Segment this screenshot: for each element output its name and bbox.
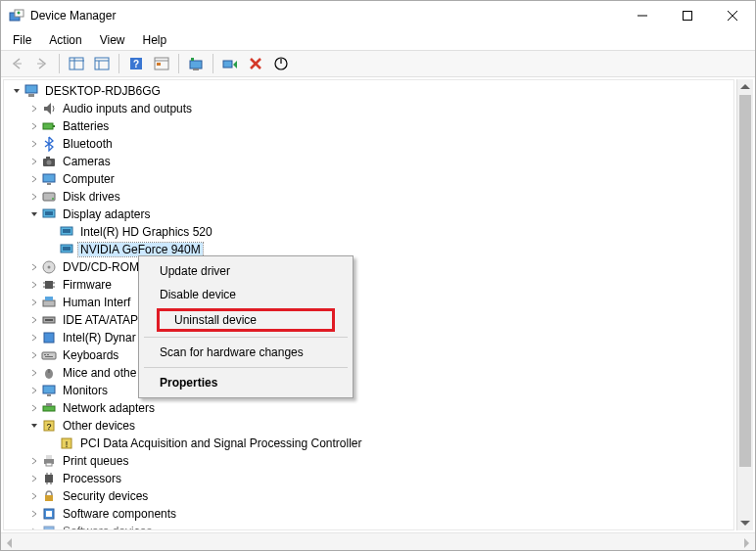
toolbar-scan[interactable] (218, 53, 242, 74)
chevron-right-icon[interactable] (27, 331, 41, 344)
svg-rect-61 (47, 394, 51, 396)
forward-button[interactable] (30, 53, 54, 74)
tree-item-label: IDE ATA/ATAP (61, 313, 140, 327)
software-icon (41, 506, 57, 522)
tree-item-intel-dynamic[interactable]: Intel(R) Dynar (10, 329, 733, 346)
vertical-scrollbar[interactable] (736, 79, 753, 530)
tree-item-computer[interactable]: Computer (10, 170, 733, 188)
chevron-right-icon[interactable] (27, 472, 41, 485)
toolbar-uninstall[interactable] (244, 53, 267, 74)
tree-item-disk[interactable]: Disk drives (10, 188, 733, 206)
tree-item-print[interactable]: Print queues (10, 452, 733, 470)
toolbar-properties[interactable] (150, 53, 173, 74)
ctx-disable-device[interactable]: Disable device (142, 283, 350, 306)
close-button[interactable] (710, 1, 755, 30)
toolbar-help[interactable]: ? (124, 53, 148, 74)
svg-text:!: ! (66, 439, 69, 449)
tree-item-cameras[interactable]: Cameras (10, 153, 733, 170)
tree-item-label: Intel(R) Dynar (61, 331, 138, 344)
chevron-right-icon[interactable] (27, 348, 41, 362)
chevron-down-icon[interactable] (27, 207, 41, 221)
tree-item-label: Network adapters (61, 401, 157, 415)
tree-item-label: Display adapters (61, 207, 152, 221)
mouse-icon (41, 365, 57, 381)
chevron-right-icon[interactable] (27, 102, 41, 115)
tree-item-nvidia-gpu[interactable]: NVIDIA GeForce 940M (10, 241, 733, 258)
chevron-right-icon[interactable] (27, 260, 41, 274)
menu-help[interactable]: Help (135, 31, 175, 49)
ctx-update-driver[interactable]: Update driver (142, 259, 350, 283)
tree-item-ide[interactable]: IDE ATA/ATAP (10, 311, 733, 329)
tree-item-dvd[interactable]: DVD/CD-ROM (10, 258, 733, 276)
chevron-right-icon[interactable] (27, 525, 41, 530)
tree-item-network[interactable]: Network adapters (10, 399, 733, 417)
chevron-right-icon[interactable] (27, 190, 41, 204)
chevron-right-icon[interactable] (27, 384, 41, 397)
menu-view[interactable]: View (92, 31, 133, 49)
tree-item-display[interactable]: Display adapters (10, 206, 733, 223)
tree-item-label: Print queues (61, 454, 130, 468)
device-tree[interactable]: DESKTOP-RDJB6GG Audio inputs and outputs… (3, 79, 734, 530)
toolbar-console-tree[interactable] (90, 53, 114, 74)
ctx-properties[interactable]: Properties (142, 371, 350, 394)
svg-rect-21 (223, 61, 232, 68)
chevron-right-icon[interactable] (27, 296, 41, 309)
minimize-button[interactable] (620, 1, 665, 30)
unknown-icon: ! (59, 436, 74, 451)
tree-item-swcomp[interactable]: Software components (10, 505, 733, 523)
tree-item-label: Batteries (61, 119, 111, 133)
chevron-right-icon[interactable] (27, 278, 41, 292)
svg-rect-7 (70, 58, 83, 69)
tree-item-monitors[interactable]: Monitors (10, 382, 733, 399)
tree-item-firmware[interactable]: Firmware (10, 276, 733, 294)
tree-item-label: Keyboards (61, 348, 120, 362)
chevron-down-icon[interactable] (10, 84, 24, 98)
chevron-right-icon[interactable] (27, 454, 41, 468)
back-button[interactable] (5, 53, 28, 74)
tree-root[interactable]: DESKTOP-RDJB6GG (10, 82, 733, 100)
tree-item-batteries[interactable]: Batteries (10, 117, 733, 135)
chevron-right-icon[interactable] (27, 507, 41, 521)
tree-item-intel-gpu[interactable]: Intel(R) HD Graphics 520 (10, 223, 733, 241)
toolbar-update-driver[interactable] (184, 53, 208, 74)
tree-item-processors[interactable]: Processors (10, 470, 733, 487)
ctx-separator (144, 337, 348, 338)
svg-rect-31 (46, 157, 50, 159)
chevron-right-icon[interactable] (27, 366, 41, 380)
tree-item-mice[interactable]: Mice and othe (10, 364, 733, 382)
tree-item-label: Cameras (61, 155, 113, 168)
svg-rect-69 (46, 455, 52, 459)
ctx-uninstall-device[interactable]: Uninstall device (142, 306, 350, 334)
chevron-right-icon[interactable] (27, 313, 41, 327)
ctx-scan[interactable]: Scan for hardware changes (142, 341, 350, 364)
tree-item-label: Mice and othe (61, 366, 138, 380)
chevron-down-icon[interactable] (27, 419, 41, 433)
tree-item-audio[interactable]: Audio inputs and outputs (10, 100, 733, 117)
svg-rect-41 (63, 247, 71, 251)
tree-item-bluetooth[interactable]: Bluetooth (10, 135, 733, 153)
maximize-button[interactable] (665, 1, 710, 30)
menu-file[interactable]: File (5, 31, 39, 49)
tree-item-label: Monitors (61, 384, 110, 397)
chevron-right-icon[interactable] (27, 401, 41, 415)
svg-point-35 (52, 198, 54, 200)
chevron-right-icon[interactable] (27, 119, 41, 133)
tree-item-security[interactable]: Security devices (10, 487, 733, 505)
window-title: Device Manager (30, 9, 620, 23)
chevron-right-icon[interactable] (27, 489, 41, 503)
svg-rect-28 (53, 125, 55, 127)
toolbar-disable[interactable] (269, 53, 293, 74)
chevron-right-icon[interactable] (27, 155, 41, 168)
menu-action[interactable]: Action (41, 31, 89, 49)
tree-item-keyboards[interactable]: Keyboards (10, 346, 733, 364)
tree-item-swdev[interactable]: Software devices (10, 523, 733, 530)
tree-item-hid[interactable]: Human Interf (10, 294, 733, 311)
tree-item-pci-unknown[interactable]: ! PCI Data Acquisition and Signal Proces… (10, 435, 733, 452)
toolbar-show-hide[interactable] (65, 53, 88, 74)
tree-item-label: PCI Data Acquisition and Signal Processi… (78, 436, 363, 450)
chevron-right-icon[interactable] (27, 172, 41, 186)
horizontal-scrollbar[interactable] (1, 532, 755, 550)
tree-item-other[interactable]: ? Other devices (10, 417, 733, 435)
menubar: File Action View Help (1, 30, 755, 50)
chevron-right-icon[interactable] (27, 137, 41, 151)
